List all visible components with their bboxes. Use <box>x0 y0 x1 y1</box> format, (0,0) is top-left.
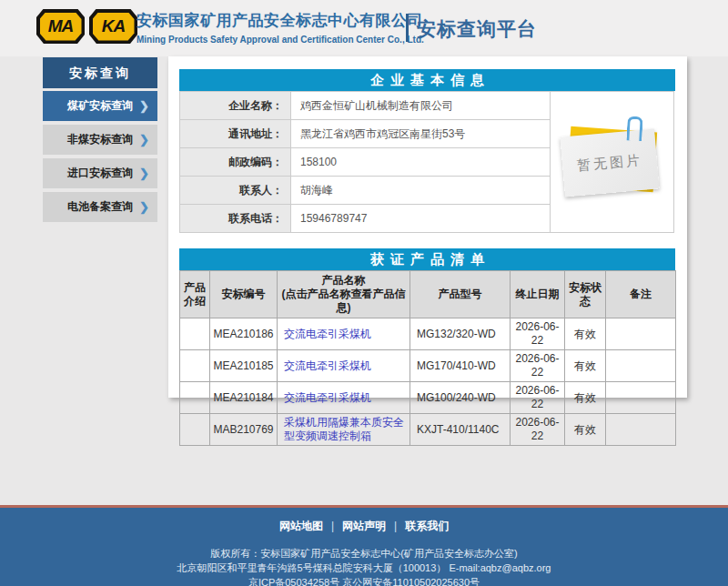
sidebar-item-import-query[interactable]: 进口安标查询 ❯ <box>43 158 157 188</box>
company-name-value: 鸡西金恒矿山机械制造有限公司 <box>291 92 551 120</box>
contact-person-value: 胡海峰 <box>291 177 551 205</box>
sidebar-item-label: 非煤安标查询 <box>67 132 133 147</box>
table-row: MAB210769 采煤机用隔爆兼本质安全型变频调速控制箱 KXJT-410/1… <box>180 414 676 446</box>
chevron-right-icon: ❯ <box>139 200 149 214</box>
product-name-cell: 交流电牵引采煤机 <box>278 382 410 414</box>
col-product-name: 产品名称 (点击产品名称查看产品信息) <box>278 271 410 318</box>
sidebar-item-battery-query[interactable]: 电池备案查询 ❯ <box>43 192 157 222</box>
link-separator: | <box>394 520 397 532</box>
note-cell <box>606 414 676 446</box>
platform-title: 安标查询平台 <box>417 16 537 42</box>
col-status: 安标状态 <box>565 271 606 318</box>
note-cell <box>606 350 676 382</box>
product-list-table: 产品介绍 安标编号 产品名称 (点击产品名称查看产品信息) 产品型号 终止日期 … <box>179 270 676 446</box>
sidebar-item-label: 煤矿安标查询 <box>67 98 133 114</box>
cert-no-cell: MEA210186 <box>210 318 278 350</box>
product-name-link[interactable]: 采煤机用隔爆兼本质安全型变频调速控制箱 <box>284 416 404 442</box>
model-cell: MG170/410-WD <box>410 350 511 382</box>
sidebar-item-label: 电池备案查询 <box>67 199 133 215</box>
cert-no-cell: MAB210769 <box>210 414 278 446</box>
product-name-link[interactable]: 交流电牵引采煤机 <box>284 391 371 404</box>
footer-copyright-block: 版权所有：安标国家矿用产品安全标志中心(矿用产品安全标志办公室) 北京朝阳区和平… <box>0 546 728 586</box>
note-cell <box>606 318 676 350</box>
postcode-value: 158100 <box>291 148 551 177</box>
col-model: 产品型号 <box>410 271 511 318</box>
status-cell: 有效 <box>565 318 606 350</box>
ka-badge-label: KA <box>93 13 135 41</box>
model-cell: KXJT-410/1140C <box>410 414 511 446</box>
company-name-label: 企业名称： <box>180 92 291 120</box>
expiry-cell: 2026-06-22 <box>511 382 565 414</box>
company-info-section: 企业名称： 鸡西金恒矿山机械制造有限公司 通讯地址： 黑龙江省鸡西市鸡冠区南星街… <box>179 91 675 233</box>
product-name-link[interactable]: 交流电牵引采煤机 <box>284 359 371 372</box>
icp-line: 京ICP备05034258号 京公网安备11010502025630号 <box>0 575 728 586</box>
col-product-intro: 产品介绍 <box>180 271 210 318</box>
table-row: 联系人： 胡海峰 <box>180 177 551 205</box>
product-name-cell: 交流电牵引采煤机 <box>278 318 410 350</box>
col-note: 备注 <box>606 271 676 318</box>
ka-badge-icon: KA <box>89 9 137 44</box>
chevron-right-icon: ❯ <box>139 99 149 113</box>
table-row: 通讯地址： 黑龙江省鸡西市鸡冠区南星街53号 <box>180 120 551 148</box>
note-front-card: 暂无图片 <box>560 129 659 197</box>
product-name-cell: 采煤机用隔爆兼本质安全型变频调速控制箱 <box>278 414 410 446</box>
table-row: MEA210186 交流电牵引采煤机 MG132/320-WD 2026-06-… <box>180 318 676 350</box>
org-name-en: Mining Products Safety Approval and Cert… <box>136 35 410 45</box>
no-image-note: 暂无图片 <box>562 128 661 196</box>
chevron-right-icon: ❯ <box>139 167 149 180</box>
paperclip-icon <box>626 116 642 142</box>
copyright-line: 版权所有：安标国家矿用产品安全标志中心(矿用产品安全标志办公室) <box>0 546 728 561</box>
address-value: 黑龙江省鸡西市鸡冠区南星街53号 <box>291 120 551 148</box>
footer-link-statement[interactable]: 网站声明 <box>342 520 386 532</box>
sidebar-item-noncoal-query[interactable]: 非煤安标查询 ❯ <box>43 125 157 155</box>
status-cell: 有效 <box>565 382 606 414</box>
contact-person-label: 联系人： <box>180 177 291 205</box>
product-name-link[interactable]: 交流电牵引采煤机 <box>284 328 371 340</box>
phone-value: 15946789747 <box>291 205 551 233</box>
top-header: MA KA 安标国家矿用产品安全标志中心有限公司 Mining Products… <box>0 0 728 56</box>
product-list-section-title: 获证产品清单 <box>179 248 675 270</box>
table-row: 企业名称： 鸡西金恒矿山机械制造有限公司 <box>180 92 551 120</box>
product-intro-cell <box>180 414 210 446</box>
ma-badge-icon: MA <box>36 9 85 44</box>
status-cell: 有效 <box>565 414 606 446</box>
product-intro-cell <box>180 318 210 350</box>
company-info-table: 企业名称： 鸡西金恒矿山机械制造有限公司 通讯地址： 黑龙江省鸡西市鸡冠区南星街… <box>179 91 551 233</box>
col-cert-no: 安标编号 <box>210 271 278 318</box>
sidebar-item-label: 进口安标查询 <box>67 166 133 181</box>
model-cell: MG132/320-WD <box>410 318 511 350</box>
company-info-section-title: 企业基本信息 <box>179 69 675 91</box>
maka-logo: MA KA <box>36 9 137 44</box>
no-image-text: 暂无图片 <box>576 151 642 174</box>
sidebar-title: 安标查询 <box>43 57 157 88</box>
footer-link-contact[interactable]: 联系我们 <box>405 520 449 532</box>
expiry-cell: 2026-06-22 <box>511 318 565 350</box>
table-row: MEA210185 交流电牵引采煤机 MG170/410-WD 2026-06-… <box>180 350 676 382</box>
title-divider <box>406 14 409 42</box>
expiry-cell: 2026-06-22 <box>511 350 565 382</box>
table-row: 联系电话： 15946789747 <box>180 205 551 233</box>
product-intro-cell <box>180 350 210 382</box>
col-product-name-line2: (点击产品名称查看产品信息) <box>278 288 409 315</box>
product-intro-cell <box>180 382 210 414</box>
cert-no-cell: MEA210185 <box>210 350 278 382</box>
footer: 网站地图|网站声明|联系我们 版权所有：安标国家矿用产品安全标志中心(矿用产品安… <box>0 508 728 586</box>
product-name-cell: 交流电牵引采煤机 <box>278 350 410 382</box>
ma-badge-label: MA <box>40 13 82 41</box>
org-name-zh: 安标国家矿用产品安全标志中心有限公司 <box>136 10 410 31</box>
org-title-block: 安标国家矿用产品安全标志中心有限公司 Mining Products Safet… <box>136 10 410 45</box>
expiry-cell: 2026-06-22 <box>511 414 565 446</box>
col-expiry: 终止日期 <box>511 271 565 318</box>
status-cell: 有效 <box>565 350 606 382</box>
footer-link-sitemap[interactable]: 网站地图 <box>279 520 323 532</box>
table-row: MEA210184 交流电牵引采煤机 MG100/240-WD 2026-06-… <box>180 382 676 414</box>
sidebar-item-coal-query[interactable]: 煤矿安标查询 ❯ <box>43 91 157 121</box>
cert-no-cell: MEA210184 <box>210 382 278 414</box>
phone-label: 联系电话： <box>180 205 291 233</box>
address-label: 通讯地址： <box>180 120 291 148</box>
note-cell <box>606 382 676 414</box>
footer-links: 网站地图|网站声明|联系我们 <box>0 508 728 534</box>
postcode-label: 邮政编码： <box>180 148 291 177</box>
address-line: 北京朝阳区和平里青年沟路5号煤科总院安科大厦（100013） E-mail:aq… <box>0 561 728 575</box>
page: MA KA 安标国家矿用产品安全标志中心有限公司 Mining Products… <box>0 0 728 586</box>
